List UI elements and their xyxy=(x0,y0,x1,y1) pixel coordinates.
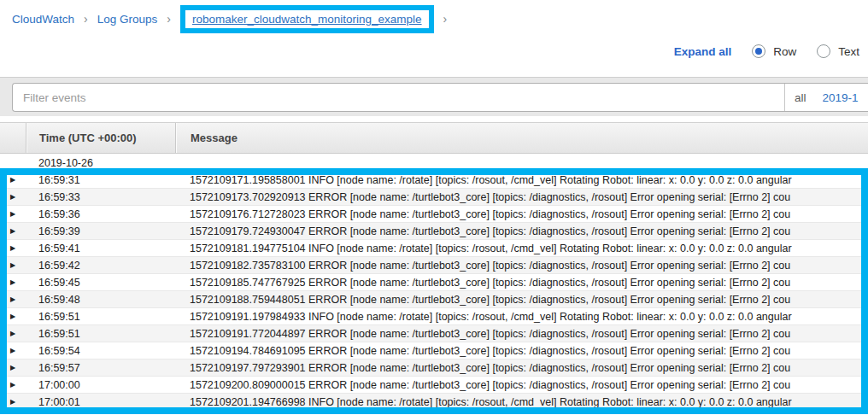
expand-all-button[interactable]: Expand all xyxy=(674,45,732,58)
log-rows: ▶16:59:311572109171.195858001 INFO [node… xyxy=(0,172,868,411)
expand-arrow-icon[interactable]: ▶ xyxy=(0,325,26,342)
log-row[interactable]: ▶16:59:361572109176.712728023 ERROR [nod… xyxy=(0,206,868,223)
expand-column-header xyxy=(0,123,26,153)
chevron-right-icon: › xyxy=(84,12,88,26)
log-row[interactable]: ▶16:59:451572109185.747767925 ERROR [nod… xyxy=(0,274,868,291)
breadcrumb-cloudwatch-link[interactable]: CloudWatch xyxy=(12,13,74,26)
log-row[interactable]: ▶16:59:391572109179.724930047 ERROR [nod… xyxy=(0,223,868,240)
expand-arrow-icon[interactable]: ▶ xyxy=(0,308,26,324)
row-radio[interactable] xyxy=(752,44,765,58)
event-time: 16:59:42 xyxy=(26,260,175,272)
expand-arrow-icon[interactable]: ▶ xyxy=(0,240,26,256)
table-header: Time (UTC +00:00) Message xyxy=(0,122,868,154)
event-message: 1572109185.747767925 ERROR [node name: /… xyxy=(175,277,868,289)
event-message: 1572109179.724930047 ERROR [node name: /… xyxy=(175,225,868,237)
event-message: 1572109171.195858001 INFO [node name: /r… xyxy=(175,174,868,186)
log-row[interactable]: ▶17:00:001572109200.809000015 ERROR [nod… xyxy=(0,377,868,394)
log-row[interactable]: ▶16:59:331572109173.702920913 ERROR [nod… xyxy=(0,189,868,206)
expand-arrow-icon[interactable]: ▶ xyxy=(0,274,26,290)
view-controls: Expand all Row Text xyxy=(674,41,859,61)
event-message: 1572109197.797293901 ERROR [node name: /… xyxy=(175,362,868,374)
log-row[interactable]: ▶16:59:541572109194.784691095 ERROR [nod… xyxy=(0,342,868,359)
expand-arrow-icon[interactable]: ▶ xyxy=(0,291,26,307)
event-time: 16:59:51 xyxy=(26,311,175,323)
divider xyxy=(784,84,785,111)
expand-arrow-icon[interactable]: ▶ xyxy=(0,377,26,393)
text-radio-label[interactable]: Text xyxy=(838,45,859,58)
event-time: 16:59:36 xyxy=(26,208,175,220)
event-message: 1572109173.702920913 ERROR [node name: /… xyxy=(175,191,868,203)
breadcrumb-log-groups-link[interactable]: Log Groups xyxy=(97,13,158,26)
event-time: 16:59:54 xyxy=(26,345,175,357)
time-column-header[interactable]: Time (UTC +00:00) xyxy=(26,123,175,153)
event-message: 1572109191.197984933 INFO [node name: /r… xyxy=(175,311,868,323)
breadcrumb: CloudWatch › Log Groups › robomaker_clou… xyxy=(12,0,456,38)
expand-arrow-icon[interactable]: ▶ xyxy=(0,206,26,222)
event-time: 16:59:31 xyxy=(26,174,175,186)
date-separator-row: 2019-10-26 xyxy=(0,154,868,172)
event-time: 17:00:01 xyxy=(26,396,175,408)
log-row[interactable]: ▶17:00:011572109201.194766998 INFO [node… xyxy=(0,394,868,411)
filter-events-input[interactable] xyxy=(13,84,784,111)
text-radio[interactable] xyxy=(817,44,830,58)
filter-bar: all 2019-1 xyxy=(0,77,868,116)
event-time: 16:59:57 xyxy=(26,362,175,374)
event-message: 1572109191.772044897 ERROR [node name: /… xyxy=(175,328,868,340)
event-time: 16:59:48 xyxy=(26,294,175,306)
date-separator-label: 2019-10-26 xyxy=(0,157,93,169)
event-message: 1572109188.759448051 ERROR [node name: /… xyxy=(175,294,868,306)
message-column-header[interactable]: Message xyxy=(175,123,868,153)
log-row[interactable]: ▶16:59:481572109188.759448051 ERROR [nod… xyxy=(0,291,868,308)
date-range-link[interactable]: 2019-1 xyxy=(823,91,859,104)
event-message: 1572109176.712728023 ERROR [node name: /… xyxy=(175,208,868,220)
expand-arrow-icon[interactable]: ▶ xyxy=(0,189,26,205)
log-row[interactable]: ▶16:59:411572109181.194775104 INFO [node… xyxy=(0,240,868,257)
log-row[interactable]: ▶16:59:511572109191.772044897 ERROR [nod… xyxy=(0,325,868,342)
event-time: 16:59:33 xyxy=(26,191,175,203)
annotation-highlight-box: robomaker_cloudwatch_monitoring_example xyxy=(180,5,434,33)
event-time: 16:59:51 xyxy=(26,328,175,340)
chevron-right-icon: › xyxy=(443,12,448,26)
expand-arrow-icon[interactable]: ▶ xyxy=(0,342,26,359)
match-mode-label: all xyxy=(795,91,806,104)
chevron-right-icon: › xyxy=(167,12,171,26)
row-radio-label[interactable]: Row xyxy=(773,45,796,58)
event-message: 1572109182.735783100 ERROR [node name: /… xyxy=(175,260,868,272)
event-message: 1572109200.809000015 ERROR [node name: /… xyxy=(175,379,868,391)
filter-block: all 2019-1 xyxy=(12,83,868,112)
event-time: 16:59:41 xyxy=(26,243,175,254)
event-time: 17:00:00 xyxy=(26,379,175,391)
log-row[interactable]: ▶16:59:571572109197.797293901 ERROR [nod… xyxy=(0,359,868,377)
event-time: 16:59:39 xyxy=(26,225,175,237)
event-message: 1572109194.784691095 ERROR [node name: /… xyxy=(175,345,868,357)
log-row[interactable]: ▶16:59:511572109191.197984933 INFO [node… xyxy=(0,308,868,325)
event-message: 1572109181.194775104 INFO [node name: /r… xyxy=(175,243,868,254)
expand-arrow-icon[interactable]: ▶ xyxy=(0,257,26,273)
cloudwatch-log-events-page: CloudWatch › Log Groups › robomaker_clou… xyxy=(0,0,868,415)
breadcrumb-log-group-link[interactable]: robomaker_cloudwatch_monitoring_example xyxy=(192,13,422,26)
event-time: 16:59:45 xyxy=(26,277,175,289)
expand-arrow-icon[interactable]: ▶ xyxy=(0,223,26,239)
log-row[interactable]: ▶16:59:421572109182.735783100 ERROR [nod… xyxy=(0,257,868,274)
expand-arrow-icon[interactable]: ▶ xyxy=(0,172,26,188)
log-row[interactable]: ▶16:59:311572109171.195858001 INFO [node… xyxy=(0,172,868,189)
event-message: 1572109201.194766998 INFO [node name: /r… xyxy=(175,396,868,408)
expand-arrow-icon[interactable]: ▶ xyxy=(0,394,26,410)
expand-arrow-icon[interactable]: ▶ xyxy=(0,359,26,376)
